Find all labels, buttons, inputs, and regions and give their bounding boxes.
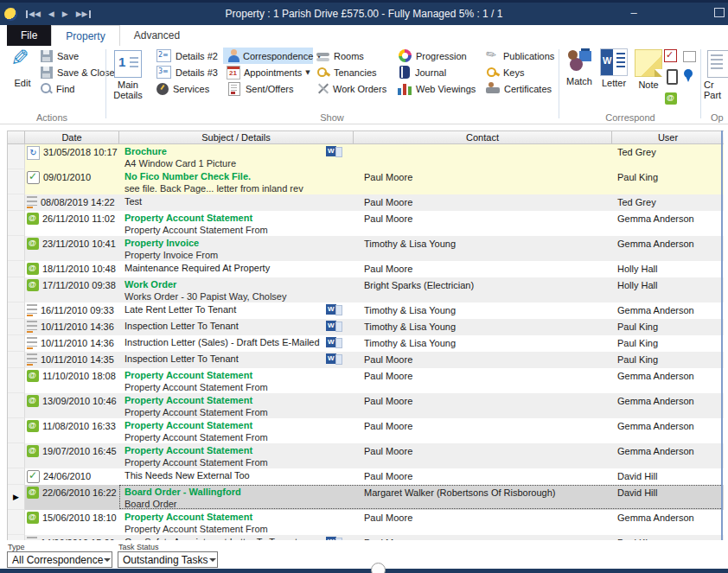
tab-file[interactable]: File — [7, 25, 51, 46]
subject-text: Property Account Statement — [125, 211, 354, 225]
tab-property[interactable]: Property — [51, 25, 119, 47]
ribbon-item-label: Find — [56, 84, 74, 94]
table-row[interactable]: 31/05/2018 10:17BrochureA4 Window Card 1… — [8, 144, 724, 169]
checkbox-red-button[interactable] — [664, 49, 678, 66]
tab-advanced[interactable]: Advanced — [120, 25, 194, 46]
ribbon-item-work-orders[interactable]: Work Orders — [313, 80, 394, 97]
subject-text: Brochure — [125, 144, 354, 158]
header-contact[interactable]: Contact — [354, 131, 612, 143]
cell-date: 17/11/2010 09:38 — [25, 277, 119, 302]
ribbon-item-label: Details #2 — [176, 51, 218, 61]
subject-text: Board Order - Wallingford — [125, 485, 354, 499]
cell-date: 24/06/2010 — [25, 468, 119, 485]
task-status-filter-value: Outstanding Tasks — [118, 554, 208, 566]
cell-contact — [354, 144, 612, 169]
ribbon-item-tenancies[interactable]: Tenancies — [313, 64, 394, 80]
table-row[interactable]: ▶22/06/2010 16:22Board Order - Wallingfo… — [8, 485, 724, 510]
ribbon-item-sent-offers[interactable]: Sent/Offers — [223, 80, 313, 97]
word-icon — [326, 353, 336, 364]
header-user[interactable]: User — [612, 131, 724, 143]
table-row[interactable]: 17/11/2010 09:38Work OrderWorks Order - … — [8, 277, 724, 302]
row-selector — [8, 194, 25, 211]
subject-text: Inspection Letter To Tenant — [125, 319, 354, 333]
date-value: 23/11/2010 10:41 — [42, 236, 116, 261]
table-row[interactable]: 11/10/2010 18:08Property Account Stateme… — [8, 368, 724, 393]
ribbon-item-services[interactable]: Services — [152, 80, 223, 97]
phone-button[interactable] — [664, 69, 678, 88]
cell-user: Paul King — [612, 319, 724, 335]
partialdoc-icon — [707, 50, 728, 78]
row-selector — [8, 261, 25, 277]
table-row[interactable]: 16/11/2010 09:33Late Rent Letter To Tena… — [8, 302, 724, 319]
next-record-button[interactable]: ▶ — [62, 10, 68, 18]
minimize-button[interactable]: – — [626, 3, 642, 22]
table-row[interactable]: 10/11/2010 14:36Inspection Letter To Ten… — [8, 319, 724, 335]
ribbon-item-publications[interactable]: Publications — [482, 48, 557, 64]
pin-button[interactable] — [683, 69, 697, 88]
note-button[interactable]: Note — [631, 46, 666, 90]
ribbon-item-correspondence[interactable]: Correspondence▼ — [223, 48, 313, 64]
table-row[interactable]: 13/09/2010 10:46Property Account Stateme… — [8, 393, 724, 418]
pages-button[interactable] — [683, 49, 697, 66]
email-icon — [27, 238, 39, 250]
table-row[interactable]: 18/11/2010 10:48Maintenance Required At … — [8, 261, 724, 277]
email-icon — [27, 445, 39, 457]
previous-record-button[interactable]: ◀ — [48, 10, 54, 18]
ribbon-item-web-viewings[interactable]: Web Viewings — [394, 80, 482, 97]
doc-icon — [27, 321, 37, 333]
partial-label-line2: Part — [704, 90, 721, 100]
main-details-button[interactable]: Main Details — [109, 48, 147, 100]
ribbon-item-certificates[interactable]: Certificates — [482, 80, 557, 97]
cell-subject: Board Order - WallingfordBoard Order — [119, 485, 354, 510]
ribbon-item-label: Save — [57, 51, 79, 61]
table-row[interactable]: 10/11/2010 14:36Instruction Letter (Sale… — [8, 335, 724, 352]
table-row[interactable]: 10/11/2010 14:35Inspection Letter To Ten… — [8, 352, 724, 368]
ribbon-item-keys[interactable]: Keys — [482, 64, 557, 80]
task-status-filter-combobox[interactable]: Outstanding Tasks — [118, 551, 218, 568]
save-icon — [41, 50, 53, 62]
header-date[interactable]: Date — [25, 131, 119, 143]
ribbon-item-label: Certificates — [504, 84, 552, 94]
type-filter-combobox[interactable]: All Correspondence — [7, 551, 112, 568]
group-separator — [700, 49, 701, 118]
date-value: 11/10/2010 18:08 — [42, 368, 116, 393]
at-green-button[interactable] — [664, 92, 678, 109]
first-record-button[interactable]: ◀◀ — [25, 10, 41, 18]
match-button[interactable]: Match — [562, 46, 597, 90]
last-record-button[interactable]: ▶▶ — [76, 10, 92, 18]
letter-button[interactable]: Letter — [597, 46, 631, 90]
table-row[interactable]: 26/11/2010 11:02Property Account Stateme… — [8, 211, 724, 236]
table-row[interactable]: 15/06/2010 18:10Property Account Stateme… — [8, 510, 724, 535]
cell-contact: Paul Moore — [354, 468, 612, 485]
table-row[interactable]: 08/08/2019 14:22TestPaul MooreTed Grey — [8, 194, 724, 211]
cell-subject: Property Account StatementProperty Accou… — [119, 368, 354, 393]
ribbon-item-rooms[interactable]: Rooms — [313, 48, 394, 64]
table-row[interactable]: 24/06/2010This Needs New External TooPau… — [8, 468, 724, 485]
table-row[interactable]: 19/07/2010 16:45Property Account Stateme… — [8, 443, 724, 468]
show-column: RoomsTenanciesWork Orders — [313, 48, 394, 97]
cell-subject: Instruction Letter (Sales) - Draft Dets … — [119, 335, 354, 352]
table-row[interactable]: 09/01/2010No Fico Number Check File.see … — [8, 169, 724, 194]
table-row[interactable]: 23/11/2010 10:41Property InvoiceProperty… — [8, 236, 724, 261]
subject-text: Property Account Statement — [125, 418, 354, 432]
cell-date: 18/11/2010 10:48 — [25, 261, 119, 277]
window-title: Property : 1 Parish Drive £575.00 - Full… — [0, 8, 728, 20]
rooms-icon — [316, 52, 330, 62]
ribbon-item-details-3[interactable]: Details #3 — [152, 64, 223, 80]
tenancies-icon — [316, 66, 330, 79]
partial-button[interactable]: Cr Part — [704, 48, 728, 100]
at-green-icon — [665, 92, 677, 105]
ribbon-item-appointments[interactable]: Appointments▼ — [223, 64, 313, 80]
ribbon-group-partial: Cr Part Op — [704, 46, 728, 124]
person-icon — [227, 49, 239, 62]
date-value: 15/06/2010 18:10 — [42, 510, 117, 535]
ribbon-item-details-2[interactable]: Details #2 — [152, 48, 223, 64]
maximize-button[interactable] — [714, 3, 728, 22]
ribbon-tabs: File Property Advanced — [0, 25, 728, 47]
ribbon-item-journal[interactable]: Journal — [394, 64, 482, 80]
cell-user: Gemma Anderson — [612, 393, 724, 418]
sentoffers-icon — [228, 82, 240, 96]
table-row[interactable]: 11/08/2010 16:33Property Account Stateme… — [8, 418, 724, 443]
ribbon-item-progression[interactable]: Progression — [394, 48, 482, 64]
header-subject[interactable]: Subject / Details — [119, 131, 354, 143]
